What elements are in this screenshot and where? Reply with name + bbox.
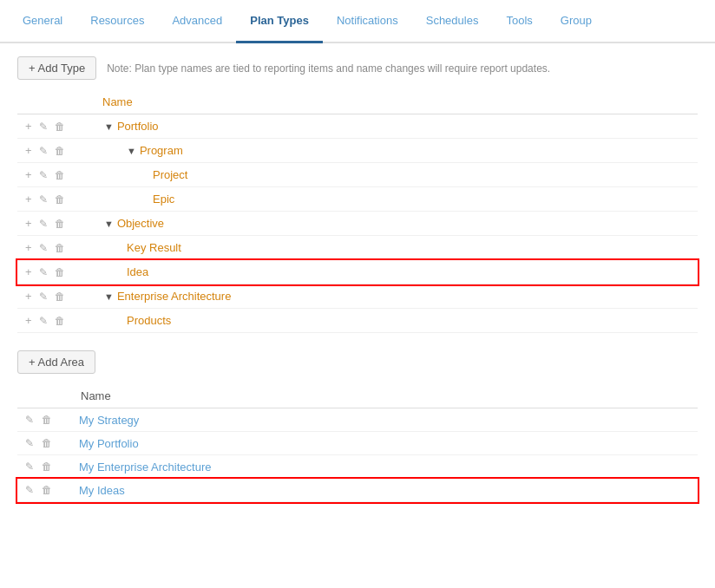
- add-child-icon-project[interactable]: +: [23, 167, 35, 183]
- plan-row-name-epic: Epic: [95, 187, 698, 212]
- delete-icon-products[interactable]: 🗑: [52, 313, 68, 329]
- area-delete-icon-my-enterprise-arch[interactable]: 🗑: [39, 459, 55, 474]
- edit-icon-objective[interactable]: ✎: [36, 216, 50, 232]
- plan-name-link-enterprise-arch[interactable]: Enterprise Architecture: [117, 290, 232, 303]
- add-child-icon-epic[interactable]: +: [23, 191, 35, 207]
- plan-row-idea: + ✎ 🗑 Idea: [17, 260, 698, 284]
- delete-icon-project[interactable]: 🗑: [52, 167, 68, 183]
- plan-row-enterprise-arch: + ✎ 🗑 ▼Enterprise Architecture: [17, 284, 698, 309]
- col-name-header: Name: [95, 90, 698, 114]
- add-child-icon-portfolio[interactable]: +: [23, 118, 35, 134]
- plan-name-link-program[interactable]: Program: [140, 144, 183, 157]
- plan-row-portfolio: + ✎ 🗑 ▼Portfolio: [17, 114, 698, 139]
- add-child-icon-enterprise-arch[interactable]: +: [23, 288, 35, 304]
- add-child-icon-objective[interactable]: +: [23, 215, 35, 232]
- plan-name-link-epic[interactable]: Epic: [153, 193, 174, 206]
- add-child-icon-products[interactable]: +: [23, 312, 35, 329]
- area-name-link-my-enterprise-arch[interactable]: My Enterprise Architecture: [79, 461, 211, 474]
- area-name-link-my-strategy[interactable]: My Strategy: [79, 414, 139, 427]
- edit-icon-project[interactable]: ✎: [36, 167, 50, 183]
- area-toolbar: + Add Area: [17, 350, 698, 374]
- tab-plan-types[interactable]: Plan Types: [236, 0, 323, 43]
- delete-icon-objective[interactable]: 🗑: [52, 216, 68, 232]
- plan-types-toolbar: + Add Type Note: Plan type names are tie…: [17, 56, 698, 80]
- plan-row-name-project: Project: [95, 163, 698, 187]
- area-col-name-header: Name: [74, 384, 698, 408]
- area-name-link-my-portfolio[interactable]: My Portfolio: [79, 437, 139, 450]
- plan-row-actions-portfolio: + ✎ 🗑: [17, 114, 95, 139]
- toggle-portfolio[interactable]: ▼: [104, 121, 114, 132]
- tab-group[interactable]: Group: [547, 0, 606, 43]
- delete-icon-key-result[interactable]: 🗑: [52, 240, 68, 256]
- toggle-enterprise-arch[interactable]: ▼: [104, 291, 114, 302]
- plan-name-link-key-result[interactable]: Key Result: [127, 241, 181, 254]
- plan-row-objective: + ✎ 🗑 ▼Objective: [17, 212, 698, 236]
- plan-row-key-result: + ✎ 🗑 Key Result: [17, 236, 698, 260]
- area-delete-icon-my-strategy[interactable]: 🗑: [39, 412, 55, 428]
- tab-resources[interactable]: Resources: [76, 0, 158, 43]
- area-table: Name ✎ 🗑 My Strategy ✎ 🗑 My Portfolio ✎ …: [17, 384, 698, 502]
- plan-name-link-objective[interactable]: Objective: [117, 217, 164, 230]
- plan-row-actions-key-result: + ✎ 🗑: [17, 236, 95, 260]
- tab-bar: GeneralResourcesAdvancedPlan TypesNotifi…: [0, 0, 715, 43]
- plan-row-actions-products: + ✎ 🗑: [17, 309, 95, 333]
- delete-icon-enterprise-arch[interactable]: 🗑: [52, 289, 68, 304]
- area-row-name-my-strategy: My Strategy: [74, 408, 698, 432]
- area-row-name-my-portfolio: My Portfolio: [74, 432, 698, 455]
- plan-name-link-products[interactable]: Products: [127, 314, 171, 327]
- delete-icon-idea[interactable]: 🗑: [52, 265, 68, 280]
- area-edit-icon-my-enterprise-arch[interactable]: ✎: [23, 459, 36, 474]
- tabs-container: GeneralResourcesAdvancedPlan TypesNotifi…: [0, 0, 715, 43]
- add-child-icon-program[interactable]: +: [23, 142, 35, 159]
- plan-row-name-products: Products: [95, 309, 698, 333]
- edit-icon-products[interactable]: ✎: [36, 313, 50, 329]
- area-name-link-my-ideas[interactable]: My Ideas: [79, 484, 125, 497]
- plan-row-name-objective: ▼Objective: [95, 212, 698, 236]
- plan-row-actions-idea: + ✎ 🗑: [17, 260, 95, 284]
- tab-notifications[interactable]: Notifications: [323, 0, 412, 43]
- toggle-objective[interactable]: ▼: [104, 219, 114, 229]
- plan-row-actions-project: + ✎ 🗑: [17, 163, 95, 187]
- area-delete-icon-my-ideas[interactable]: 🗑: [39, 482, 55, 498]
- area-edit-icon-my-ideas[interactable]: ✎: [23, 482, 36, 498]
- area-row-name-my-enterprise-arch: My Enterprise Architecture: [74, 455, 698, 479]
- edit-icon-enterprise-arch[interactable]: ✎: [36, 289, 50, 304]
- note-text: Note: Plan type names are tied to report…: [107, 62, 550, 75]
- area-col-actions-header: [17, 384, 74, 408]
- col-actions-header: [17, 90, 95, 114]
- area-edit-icon-my-portfolio[interactable]: ✎: [23, 435, 36, 451]
- toggle-program[interactable]: ▼: [127, 146, 136, 156]
- plan-row-actions-program: + ✎ 🗑: [17, 139, 95, 163]
- plan-row-name-enterprise-arch: ▼Enterprise Architecture: [95, 284, 698, 309]
- tab-general[interactable]: General: [9, 0, 76, 43]
- plan-name-link-portfolio[interactable]: Portfolio: [117, 120, 159, 133]
- plan-name-link-idea[interactable]: Idea: [127, 265, 148, 278]
- delete-icon-epic[interactable]: 🗑: [52, 192, 68, 207]
- add-child-icon-key-result[interactable]: +: [23, 239, 35, 256]
- add-type-button[interactable]: + Add Type: [17, 56, 96, 80]
- area-row-my-ideas: ✎ 🗑 My Ideas: [17, 479, 698, 502]
- delete-icon-portfolio[interactable]: 🗑: [52, 119, 68, 134]
- plan-name-link-project[interactable]: Project: [153, 168, 187, 181]
- plan-row-name-key-result: Key Result: [95, 236, 698, 260]
- add-area-button[interactable]: + Add Area: [17, 350, 95, 374]
- plan-row-actions-objective: + ✎ 🗑: [17, 212, 95, 236]
- edit-icon-portfolio[interactable]: ✎: [36, 119, 50, 134]
- edit-icon-idea[interactable]: ✎: [36, 265, 50, 280]
- tab-schedules[interactable]: Schedules: [412, 0, 493, 43]
- tab-tools[interactable]: Tools: [492, 0, 546, 43]
- main-content: + Add Type Note: Plan type names are tie…: [0, 43, 715, 515]
- area-section: + Add Area Name ✎ 🗑 My Strategy ✎ 🗑 My P…: [17, 350, 698, 502]
- edit-icon-key-result[interactable]: ✎: [36, 240, 50, 256]
- area-edit-icon-my-strategy[interactable]: ✎: [23, 412, 36, 428]
- area-delete-icon-my-portfolio[interactable]: 🗑: [39, 435, 55, 451]
- edit-icon-epic[interactable]: ✎: [36, 192, 50, 207]
- area-row-actions-my-portfolio: ✎ 🗑: [17, 432, 74, 455]
- plan-row-project: + ✎ 🗑 Project: [17, 163, 698, 187]
- tab-advanced[interactable]: Advanced: [158, 0, 236, 43]
- plan-row-epic: + ✎ 🗑 Epic: [17, 187, 698, 212]
- delete-icon-program[interactable]: 🗑: [52, 143, 68, 159]
- add-child-icon-idea[interactable]: +: [23, 264, 35, 280]
- plan-row-products: + ✎ 🗑 Products: [17, 309, 698, 333]
- edit-icon-program[interactable]: ✎: [36, 143, 50, 159]
